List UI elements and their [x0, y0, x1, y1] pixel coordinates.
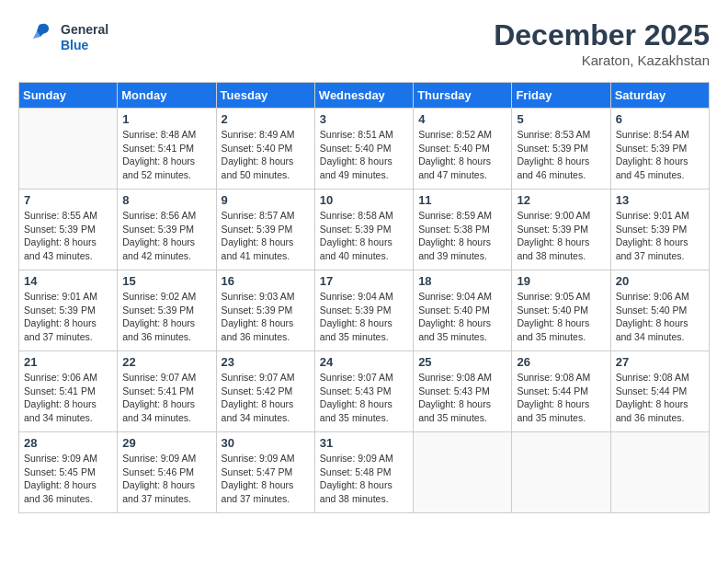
- daylight-text: Daylight: 8 hours and 34 minutes.: [122, 397, 210, 424]
- day-number: 2: [222, 112, 310, 126]
- logo-blue: Blue: [61, 38, 108, 53]
- calendar-cell-w3-d1: 14 Sunrise: 9:01 AM Sunset: 5:39 PM Dayl…: [19, 270, 118, 351]
- daylight-text: Daylight: 8 hours and 35 minutes.: [418, 397, 506, 424]
- day-info: Sunrise: 9:09 AM Sunset: 5:48 PM Dayligh…: [320, 452, 408, 506]
- daylight-text: Daylight: 8 hours and 50 minutes.: [222, 155, 310, 181]
- calendar-cell-w2-d2: 8 Sunrise: 8:56 AM Sunset: 5:39 PM Dayli…: [118, 190, 216, 270]
- day-number: 1: [122, 112, 210, 126]
- page-header: General Blue December 2025 Karaton, Kaza…: [18, 18, 710, 68]
- day-number: 12: [517, 193, 605, 207]
- day-info: Sunrise: 9:09 AM Sunset: 5:46 PM Dayligh…: [122, 452, 210, 506]
- sunrise-text: Sunrise: 9:08 AM: [517, 371, 605, 385]
- day-number: 9: [222, 193, 310, 207]
- calendar-cell-w5-d6: [512, 432, 610, 513]
- calendar-cell-w4-d1: 21 Sunrise: 9:06 AM Sunset: 5:41 PM Dayl…: [19, 351, 118, 432]
- day-info: Sunrise: 9:08 AM Sunset: 5:44 PM Dayligh…: [616, 371, 704, 425]
- day-number: 29: [122, 436, 210, 450]
- weekday-header-wednesday: Wednesday: [314, 83, 413, 109]
- sunset-text: Sunset: 5:43 PM: [418, 385, 506, 398]
- sunset-text: Sunset: 5:39 PM: [616, 142, 704, 155]
- month-title: December 2025: [494, 18, 710, 52]
- calendar-cell-w4-d4: 24 Sunrise: 9:07 AM Sunset: 5:43 PM Dayl…: [314, 351, 413, 432]
- day-number: 30: [222, 436, 310, 450]
- sunrise-text: Sunrise: 9:09 AM: [222, 452, 310, 465]
- day-number: 27: [616, 355, 704, 369]
- daylight-text: Daylight: 8 hours and 36 minutes.: [24, 478, 112, 505]
- sunset-text: Sunset: 5:44 PM: [616, 385, 704, 398]
- daylight-text: Daylight: 8 hours and 39 minutes.: [418, 236, 506, 262]
- logo-bird-icon: [18, 18, 57, 57]
- calendar-cell-w5-d5: [414, 432, 512, 513]
- daylight-text: Daylight: 8 hours and 37 minutes.: [616, 236, 704, 262]
- daylight-text: Daylight: 8 hours and 40 minutes.: [320, 236, 408, 262]
- weekday-header-saturday: Saturday: [610, 83, 709, 109]
- day-number: 26: [517, 355, 605, 369]
- calendar-cell-w4-d3: 23 Sunrise: 9:07 AM Sunset: 5:42 PM Dayl…: [216, 351, 314, 432]
- weekday-header-tuesday: Tuesday: [216, 83, 314, 109]
- calendar-cell-w4-d5: 25 Sunrise: 9:08 AM Sunset: 5:43 PM Dayl…: [414, 351, 512, 432]
- calendar-cell-w5-d7: [610, 432, 709, 513]
- sunset-text: Sunset: 5:39 PM: [24, 304, 112, 317]
- calendar-cell-w3-d4: 17 Sunrise: 9:04 AM Sunset: 5:39 PM Dayl…: [314, 270, 413, 351]
- calendar-cell-w1-d6: 5 Sunrise: 8:53 AM Sunset: 5:39 PM Dayli…: [512, 109, 610, 190]
- week-row-2: 7 Sunrise: 8:55 AM Sunset: 5:39 PM Dayli…: [19, 190, 710, 270]
- day-info: Sunrise: 9:07 AM Sunset: 5:43 PM Dayligh…: [320, 371, 408, 425]
- daylight-text: Daylight: 8 hours and 35 minutes.: [320, 316, 408, 343]
- day-info: Sunrise: 9:05 AM Sunset: 5:40 PM Dayligh…: [517, 290, 605, 344]
- daylight-text: Daylight: 8 hours and 46 minutes.: [517, 155, 605, 181]
- sunrise-text: Sunrise: 9:08 AM: [418, 371, 506, 385]
- sunset-text: Sunset: 5:40 PM: [222, 142, 310, 155]
- day-number: 31: [320, 436, 408, 450]
- day-number: 25: [418, 355, 506, 369]
- day-info: Sunrise: 8:56 AM Sunset: 5:39 PM Dayligh…: [122, 209, 210, 263]
- sunrise-text: Sunrise: 9:07 AM: [122, 371, 210, 385]
- daylight-text: Daylight: 8 hours and 36 minutes.: [616, 397, 704, 424]
- sunset-text: Sunset: 5:41 PM: [122, 142, 210, 155]
- sunset-text: Sunset: 5:39 PM: [517, 142, 605, 155]
- calendar-cell-w4-d2: 22 Sunrise: 9:07 AM Sunset: 5:41 PM Dayl…: [118, 351, 216, 432]
- day-info: Sunrise: 9:03 AM Sunset: 5:39 PM Dayligh…: [222, 290, 310, 344]
- day-number: 23: [222, 355, 310, 369]
- weekday-header-row: SundayMondayTuesdayWednesdayThursdayFrid…: [19, 83, 710, 109]
- calendar-cell-w3-d6: 19 Sunrise: 9:05 AM Sunset: 5:40 PM Dayl…: [512, 270, 610, 351]
- week-row-1: 1 Sunrise: 8:48 AM Sunset: 5:41 PM Dayli…: [19, 109, 710, 190]
- daylight-text: Daylight: 8 hours and 52 minutes.: [122, 155, 210, 181]
- week-row-5: 28 Sunrise: 9:09 AM Sunset: 5:45 PM Dayl…: [19, 432, 710, 513]
- day-number: 19: [517, 274, 605, 288]
- sunset-text: Sunset: 5:39 PM: [517, 223, 605, 236]
- sunrise-text: Sunrise: 8:57 AM: [222, 209, 310, 223]
- day-number: 16: [222, 274, 310, 288]
- day-number: 14: [24, 274, 112, 288]
- sunrise-text: Sunrise: 9:09 AM: [122, 452, 210, 465]
- day-info: Sunrise: 8:59 AM Sunset: 5:38 PM Dayligh…: [418, 209, 506, 263]
- day-info: Sunrise: 9:04 AM Sunset: 5:40 PM Dayligh…: [418, 290, 506, 344]
- sunrise-text: Sunrise: 9:06 AM: [24, 371, 112, 385]
- daylight-text: Daylight: 8 hours and 37 minutes.: [222, 478, 310, 505]
- logo-container: General Blue: [18, 18, 108, 57]
- day-number: 10: [320, 193, 408, 207]
- day-info: Sunrise: 8:49 AM Sunset: 5:40 PM Dayligh…: [222, 128, 310, 182]
- daylight-text: Daylight: 8 hours and 47 minutes.: [418, 155, 506, 181]
- day-number: 24: [320, 355, 408, 369]
- daylight-text: Daylight: 8 hours and 38 minutes.: [320, 478, 408, 505]
- sunrise-text: Sunrise: 9:07 AM: [320, 371, 408, 385]
- sunrise-text: Sunrise: 9:03 AM: [222, 290, 310, 304]
- sunset-text: Sunset: 5:39 PM: [222, 223, 310, 236]
- daylight-text: Daylight: 8 hours and 36 minutes.: [122, 316, 210, 343]
- day-number: 15: [122, 274, 210, 288]
- sunset-text: Sunset: 5:45 PM: [24, 465, 112, 479]
- day-number: 3: [320, 112, 408, 126]
- calendar-cell-w2-d7: 13 Sunrise: 9:01 AM Sunset: 5:39 PM Dayl…: [610, 190, 709, 270]
- daylight-text: Daylight: 8 hours and 49 minutes.: [320, 155, 408, 181]
- day-number: 28: [24, 436, 112, 450]
- logo: General Blue: [18, 18, 108, 57]
- sunrise-text: Sunrise: 8:48 AM: [122, 128, 210, 142]
- daylight-text: Daylight: 8 hours and 36 minutes.: [222, 316, 310, 343]
- day-info: Sunrise: 9:07 AM Sunset: 5:42 PM Dayligh…: [222, 371, 310, 425]
- calendar-cell-w1-d3: 2 Sunrise: 8:49 AM Sunset: 5:40 PM Dayli…: [216, 109, 314, 190]
- calendar-cell-w5-d1: 28 Sunrise: 9:09 AM Sunset: 5:45 PM Dayl…: [19, 432, 118, 513]
- daylight-text: Daylight: 8 hours and 42 minutes.: [122, 236, 210, 262]
- location-subtitle: Karaton, Kazakhstan: [494, 52, 710, 68]
- day-info: Sunrise: 9:00 AM Sunset: 5:39 PM Dayligh…: [517, 209, 605, 263]
- sunrise-text: Sunrise: 9:05 AM: [517, 290, 605, 304]
